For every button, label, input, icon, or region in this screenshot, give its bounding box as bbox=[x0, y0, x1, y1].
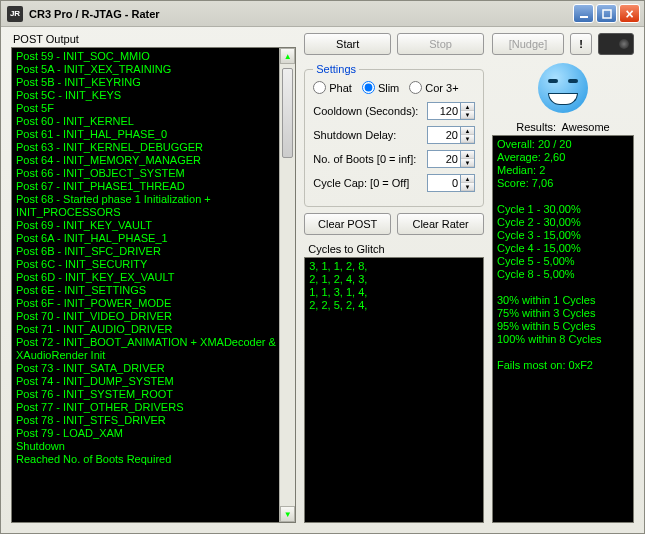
shutdown-delay-spinner[interactable]: ▲▼ bbox=[461, 126, 475, 144]
terminal-line: 95% within 5 Cycles bbox=[497, 320, 629, 333]
terminal-line: Post 76 - INIT_SYSTEM_ROOT bbox=[16, 388, 291, 401]
terminal-line: Post 77 - INIT_OTHER_DRIVERS bbox=[16, 401, 291, 414]
boots-label: No. of Boots [0 = inf]: bbox=[313, 153, 427, 165]
shutdown-delay-label: Shutdown Delay: bbox=[313, 129, 427, 141]
terminal-line: Post 70 - INIT_VIDEO_DRIVER bbox=[16, 310, 291, 323]
terminal-line: Post 59 - INIT_SOC_MMIO bbox=[16, 50, 291, 63]
terminal-line: Post 67 - INIT_PHASE1_THREAD bbox=[16, 180, 291, 193]
terminal-line: Post 68 - Started phase 1 Initialization… bbox=[16, 193, 291, 206]
terminal-line: Post 69 - INIT_KEY_VAULT bbox=[16, 219, 291, 232]
terminal-line: Post 71 - INIT_AUDIO_DRIVER bbox=[16, 323, 291, 336]
camera-icon[interactable] bbox=[598, 33, 634, 55]
terminal-line: Score: 7,06 bbox=[497, 177, 629, 190]
terminal-line: Overall: 20 / 20 bbox=[497, 138, 629, 151]
post-scrollbar[interactable]: ▲ ▼ bbox=[279, 48, 295, 522]
minimize-button[interactable] bbox=[573, 4, 594, 23]
svg-rect-0 bbox=[580, 16, 588, 18]
terminal-line: Post 66 - INIT_OBJECT_SYSTEM bbox=[16, 167, 291, 180]
terminal-line: Cycle 2 - 30,00% bbox=[497, 216, 629, 229]
titlebar: JR CR3 Pro / R-JTAG - Rater × bbox=[1, 1, 644, 27]
cooldown-spinner[interactable]: ▲▼ bbox=[461, 102, 475, 120]
terminal-line: Fails most on: 0xF2 bbox=[497, 359, 629, 372]
scroll-up-icon[interactable]: ▲ bbox=[280, 48, 295, 64]
post-output-label: POST Output bbox=[11, 33, 296, 45]
post-output-terminal[interactable]: Post 59 - INIT_SOC_MMIOPost 5A - INIT_XE… bbox=[11, 47, 296, 523]
terminal-line bbox=[497, 281, 629, 294]
terminal-line: 2, 1, 2, 4, 3, bbox=[309, 273, 479, 286]
svg-rect-1 bbox=[603, 10, 611, 18]
terminal-line: Shutdown bbox=[16, 440, 291, 453]
terminal-line: Cycle 8 - 5,00% bbox=[497, 268, 629, 281]
cyclecap-label: Cycle Cap: [0 = Off] bbox=[313, 177, 427, 189]
terminal-line: XAudioRender Init bbox=[16, 349, 291, 362]
radio-slim[interactable]: Slim bbox=[362, 81, 399, 94]
terminal-line: Post 6B - INIT_SFC_DRIVER bbox=[16, 245, 291, 258]
settings-legend: Settings bbox=[313, 63, 359, 75]
terminal-line: Reached No. of Boots Required bbox=[16, 453, 291, 466]
radio-phat[interactable]: Phat bbox=[313, 81, 352, 94]
terminal-line: Post 5F bbox=[16, 102, 291, 115]
settings-group: Settings Phat Slim Cor 3+ Cooldown (Seco… bbox=[304, 63, 484, 207]
close-button[interactable]: × bbox=[619, 4, 640, 23]
scroll-thumb[interactable] bbox=[282, 68, 293, 158]
cycles-label: Cycles to Glitch bbox=[308, 243, 484, 255]
terminal-line: Post 74 - INIT_DUMP_SYSTEM bbox=[16, 375, 291, 388]
cooldown-input[interactable] bbox=[427, 102, 461, 120]
app-window: JR CR3 Pro / R-JTAG - Rater × POST Outpu… bbox=[0, 0, 645, 534]
terminal-line: 100% within 8 Cycles bbox=[497, 333, 629, 346]
terminal-line: Post 73 - INIT_SATA_DRIVER bbox=[16, 362, 291, 375]
nudge-button[interactable]: [Nudge] bbox=[492, 33, 564, 55]
terminal-line: 75% within 3 Cycles bbox=[497, 307, 629, 320]
start-button[interactable]: Start bbox=[304, 33, 391, 55]
terminal-line: INIT_PROCESSORS bbox=[16, 206, 291, 219]
cyclecap-spinner[interactable]: ▲▼ bbox=[461, 174, 475, 192]
terminal-line: Cycle 4 - 15,00% bbox=[497, 242, 629, 255]
terminal-line: Post 5C - INIT_KEYS bbox=[16, 89, 291, 102]
terminal-line: 2, 2, 5, 2, 4, bbox=[309, 299, 479, 312]
terminal-line: Cycle 1 - 30,00% bbox=[497, 203, 629, 216]
terminal-line: Post 6F - INIT_POWER_MODE bbox=[16, 297, 291, 310]
terminal-line: Average: 2,60 bbox=[497, 151, 629, 164]
terminal-line bbox=[497, 190, 629, 203]
cooldown-label: Cooldown (Seconds): bbox=[313, 105, 427, 117]
terminal-line: Post 6E - INIT_SETTINGS bbox=[16, 284, 291, 297]
terminal-line: 1, 1, 3, 1, 4, bbox=[309, 286, 479, 299]
terminal-line: Post 63 - INIT_KERNEL_DEBUGGER bbox=[16, 141, 291, 154]
terminal-line: 3, 1, 1, 2, 8, bbox=[309, 260, 479, 273]
scroll-down-icon[interactable]: ▼ bbox=[280, 506, 295, 522]
clear-post-button[interactable]: Clear POST bbox=[304, 213, 391, 235]
results-terminal[interactable]: Overall: 20 / 20Average: 2,60Median: 2Sc… bbox=[492, 135, 634, 523]
terminal-line: Post 6D - INIT_KEY_EX_VAULT bbox=[16, 271, 291, 284]
bang-button[interactable]: ! bbox=[570, 33, 592, 55]
terminal-line: Post 64 - INIT_MEMORY_MANAGER bbox=[16, 154, 291, 167]
shutdown-delay-input[interactable] bbox=[427, 126, 461, 144]
terminal-line: Post 60 - INIT_KERNEL bbox=[16, 115, 291, 128]
terminal-line: Post 5B - INIT_KEYRING bbox=[16, 76, 291, 89]
clear-rater-button[interactable]: Clear Rater bbox=[397, 213, 484, 235]
terminal-line bbox=[497, 346, 629, 359]
terminal-line: Post 61 - INIT_HAL_PHASE_0 bbox=[16, 128, 291, 141]
terminal-line: Post 79 - LOAD_XAM bbox=[16, 427, 291, 440]
cyclecap-input[interactable] bbox=[427, 174, 461, 192]
terminal-line: Post 6C - INIT_SECURITY bbox=[16, 258, 291, 271]
app-icon: JR bbox=[7, 6, 23, 22]
stop-button[interactable]: Stop bbox=[397, 33, 484, 55]
maximize-button[interactable] bbox=[596, 4, 617, 23]
terminal-line: Post 6A - INIT_HAL_PHASE_1 bbox=[16, 232, 291, 245]
boots-input[interactable] bbox=[427, 150, 461, 168]
terminal-line: Post 5A - INIT_XEX_TRAINING bbox=[16, 63, 291, 76]
window-title: CR3 Pro / R-JTAG - Rater bbox=[29, 8, 160, 20]
terminal-line: Median: 2 bbox=[497, 164, 629, 177]
terminal-line: Post 72 - INIT_BOOT_ANIMATION + XMADecod… bbox=[16, 336, 291, 349]
terminal-line: 30% within 1 Cycles bbox=[497, 294, 629, 307]
terminal-line: Cycle 5 - 5,00% bbox=[497, 255, 629, 268]
boots-spinner[interactable]: ▲▼ bbox=[461, 150, 475, 168]
smiley-icon bbox=[538, 63, 588, 113]
radio-cor3[interactable]: Cor 3+ bbox=[409, 81, 458, 94]
terminal-line: Cycle 3 - 15,00% bbox=[497, 229, 629, 242]
results-label: Results: Awesome bbox=[492, 121, 634, 133]
terminal-line: Post 78 - INIT_STFS_DRIVER bbox=[16, 414, 291, 427]
cycles-terminal[interactable]: 3, 1, 1, 2, 8,2, 1, 2, 4, 3,1, 1, 3, 1, … bbox=[304, 257, 484, 523]
